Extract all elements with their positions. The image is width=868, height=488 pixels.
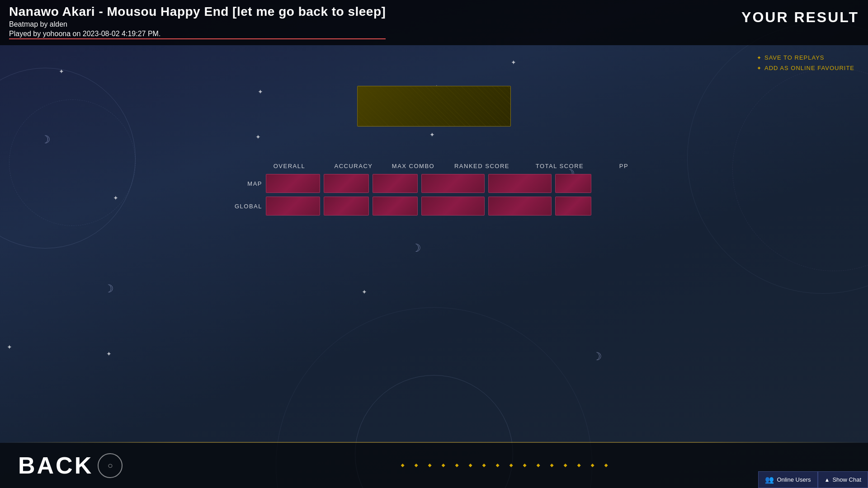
stats-container: OVERALL ACCURACY MAX COMBO RANKED SCORE …	[226, 163, 642, 219]
beatmap-thumbnail	[357, 86, 511, 127]
played-by: Played by yohoona on 2023-08-02 4:19:27 …	[9, 30, 386, 39]
col-header-max-combo: MAX COMBO	[391, 163, 436, 169]
fav-diamond-icon: ✦	[757, 65, 762, 71]
song-title: Nanawo Akari - Mousou Happy End [let me …	[9, 5, 386, 19]
online-users-button[interactable]: 👥 Online Users	[758, 471, 817, 488]
progress-dot-3	[442, 464, 445, 467]
bottom-bar: BACK ○	[0, 443, 868, 488]
stat-map-accuracy	[324, 174, 369, 193]
row-label-map: MAP	[226, 180, 262, 187]
show-chat-button[interactable]: ▲ Show Chat	[818, 471, 868, 488]
progress-dot-8	[509, 464, 513, 467]
row-label-global: GLOBAL	[226, 203, 262, 210]
stat-global-accuracy	[324, 197, 369, 216]
progress-dot-9	[523, 464, 527, 467]
header: Nanawo Akari - Mousou Happy End [let me …	[0, 0, 868, 45]
col-header-total-score: TOTAL SCORE	[528, 163, 591, 169]
show-chat-label: Show Chat	[832, 476, 861, 483]
chevron-up-icon: ▲	[825, 477, 830, 483]
header-left: Nanawo Akari - Mousou Happy End [let me …	[9, 5, 386, 39]
add-online-favourite-button[interactable]: ✦ ADD AS ONLINE FAVOURITE	[757, 65, 854, 71]
progress-dot-2	[428, 464, 432, 467]
main-area: ✦ SAVE TO REPLAYS ✦ ADD AS ONLINE FAVOUR…	[0, 45, 868, 443]
add-favourite-label: ADD AS ONLINE FAVOURITE	[764, 65, 854, 71]
users-icon: 👥	[765, 475, 774, 484]
stat-global-total-score	[488, 197, 552, 216]
col-header-ranked-score: RANKED SCORE	[450, 163, 514, 169]
progress-dot-7	[496, 464, 500, 467]
progress-dot-11	[550, 464, 554, 467]
save-to-replays-button[interactable]: ✦ SAVE TO REPLAYS	[757, 54, 854, 61]
progress-dot-14	[591, 464, 594, 467]
col-header-overall: OVERALL	[262, 163, 316, 169]
header-right: YOUR RESULT	[741, 5, 859, 26]
progress-dot-6	[482, 464, 486, 467]
col-header-pp: PP	[606, 163, 642, 169]
save-diamond-icon: ✦	[757, 55, 762, 61]
progress-dots	[401, 464, 608, 467]
col-header-accuracy: ACCURACY	[331, 163, 376, 169]
stat-global-max-combo	[373, 197, 418, 216]
back-button[interactable]: BACK ○	[0, 452, 141, 479]
stats-header: OVERALL ACCURACY MAX COMBO RANKED SCORE …	[226, 163, 642, 169]
save-replays-label: SAVE TO REPLAYS	[764, 54, 825, 61]
stat-map-pp	[555, 174, 591, 193]
progress-dot-15	[604, 464, 608, 467]
progress-dot-10	[537, 464, 540, 467]
progress-dot-13	[577, 464, 581, 467]
stat-global-pp	[555, 197, 591, 216]
progress-dot-0	[401, 464, 405, 467]
online-users-label: Online Users	[777, 476, 811, 483]
progress-dot-4	[455, 464, 459, 467]
bottom-right-buttons: 👥 Online Users ▲ Show Chat	[758, 471, 868, 488]
stat-global-ranked-score	[421, 197, 485, 216]
stat-map-ranked-score	[421, 174, 485, 193]
back-circle-icon: ○	[98, 453, 123, 478]
progress-dot-5	[469, 464, 472, 467]
stat-global-overall	[266, 197, 320, 216]
your-result-label: YOUR RESULT	[741, 9, 859, 26]
progress-dot-12	[564, 464, 567, 467]
actions-panel: ✦ SAVE TO REPLAYS ✦ ADD AS ONLINE FAVOUR…	[757, 54, 854, 71]
stat-map-max-combo	[373, 174, 418, 193]
back-label: BACK	[18, 452, 93, 479]
stats-row-map: MAP	[226, 174, 642, 193]
progress-area	[141, 464, 868, 467]
stat-map-overall	[266, 174, 320, 193]
stats-row-global: GLOBAL	[226, 197, 642, 216]
progress-dot-1	[415, 464, 418, 467]
stat-map-total-score	[488, 174, 552, 193]
beatmap-by: Beatmap by alden	[9, 20, 386, 28]
